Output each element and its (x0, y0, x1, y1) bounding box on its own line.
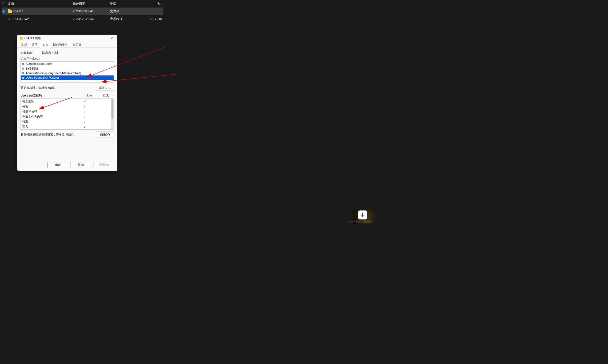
allow-check: ✓ (77, 110, 93, 114)
svg-point-4 (23, 68, 24, 69)
application-icon (8, 17, 12, 20)
permission-name: 写入 (22, 125, 77, 129)
svg-rect-8 (22, 73, 24, 74)
allow-label: 允许 (81, 94, 98, 98)
file-name: R-4.3.1 (13, 10, 23, 13)
permission-row[interactable]: 列出文件夹内容✓ (21, 114, 111, 119)
tab-general[interactable]: 常规 (19, 42, 29, 48)
users-icon (22, 77, 25, 79)
svg-point-7 (23, 72, 24, 73)
perm-list-label: Users 的权限(P) (21, 94, 81, 98)
folder-icon (19, 37, 23, 40)
table-row[interactable]: R-4.3.1-win 2023/9/13 9:46 应用程序 80,173 K… (2, 15, 163, 23)
tab-customize[interactable]: 自定义 (70, 42, 84, 48)
svg-point-6 (22, 72, 23, 73)
table-row[interactable]: R-4.3.1 2023/9/13 9:47 文件夹 (2, 7, 163, 15)
svg-rect-11 (22, 78, 24, 79)
list-item[interactable]: SYSTEM (21, 66, 114, 71)
permission-row[interactable]: 完全控制✓ (21, 99, 111, 104)
permission-row[interactable]: 写入✓ (21, 124, 111, 129)
dialog-title: R-4.3.1 属性 (25, 36, 108, 40)
permission-row[interactable]: 读取和执行✓ (21, 109, 111, 114)
users-icon (22, 63, 25, 65)
file-date: 2023/9/13 9:47 (73, 10, 110, 13)
svg-point-3 (22, 68, 23, 69)
object-name-value: D:\R\R-4.3.1 (42, 51, 114, 55)
permission-name: 完全控制 (22, 99, 77, 103)
svg-point-0 (22, 63, 23, 64)
row-checkbox[interactable] (2, 10, 5, 13)
users-icon (22, 67, 25, 70)
edit-button[interactable]: 编辑(E)... (96, 85, 114, 91)
permission-row[interactable]: 修改✓ (21, 104, 111, 109)
deny-label: 拒绝 (97, 94, 114, 98)
list-item[interactable]: Administrators (GengShen\Administrators) (21, 71, 114, 75)
groups-listbox[interactable]: Authenticated Users SYSTEM Administrator… (21, 61, 114, 82)
allow-check: ✓ (77, 105, 93, 109)
cancel-button[interactable]: 取消 (70, 162, 91, 168)
file-explorer: 名称ˆ 修改日期 类型 大小 R-4.3.1 2023/9/13 9:47 文件… (2, 0, 163, 23)
allow-check: ✓ (77, 120, 93, 124)
scrollbar[interactable] (111, 99, 114, 129)
svg-rect-5 (22, 69, 24, 70)
groups-label: 组或用户名(G): (21, 57, 114, 61)
allow-check: ✓ (77, 115, 93, 119)
permission-name: 读取和执行 (22, 110, 77, 114)
dialog-footer: 确定 取消 应用(A) (47, 162, 114, 168)
tab-sharing[interactable]: 共享 (29, 42, 40, 48)
permission-name: 读取 (22, 120, 77, 124)
allow-check: ✓ (77, 99, 93, 103)
col-name[interactable]: 名称ˆ (8, 2, 73, 6)
tab-security[interactable]: 安全 (40, 42, 51, 48)
titlebar[interactable]: R-4.3.1 属性 ✕ (17, 35, 117, 42)
header-checkbox[interactable] (2, 2, 5, 5)
svg-rect-2 (22, 64, 24, 65)
file-date: 2023/9/13 9:46 (73, 17, 110, 21)
users-icon (22, 72, 25, 74)
properties-dialog: R-4.3.1 属性 ✕ 常规 共享 安全 以前的版本 自定义 对象名称: D:… (17, 35, 117, 171)
list-item[interactable]: Authenticated Users (21, 62, 114, 66)
scrollbar-thumb[interactable] (111, 99, 113, 119)
permissions-listbox[interactable]: 完全控制✓修改✓读取和执行✓列出文件夹内容✓读取✓写入✓ (21, 99, 114, 130)
permission-name: 列出文件夹内容 (22, 115, 77, 119)
close-icon[interactable]: ✕ (108, 36, 115, 41)
tab-previous-versions[interactable]: 以前的版本 (51, 42, 70, 48)
list-item[interactable]: Users (GengShen\Users) (21, 75, 114, 80)
folder-icon (8, 10, 12, 13)
col-size[interactable]: 大小 (142, 2, 163, 6)
advanced-hint: 有关特殊权限或高级设置，请单击"高级"。 (21, 133, 76, 137)
permission-row[interactable]: 读取✓ (21, 119, 111, 124)
allow-check: ✓ (77, 125, 93, 129)
ok-button[interactable]: 确定 (47, 162, 68, 168)
sort-indicator-icon: ˆ (33, 3, 33, 5)
svg-point-10 (23, 77, 24, 78)
svg-point-9 (22, 77, 23, 78)
col-type[interactable]: 类型 (110, 2, 142, 6)
file-name: R-4.3.1-win (13, 17, 29, 21)
ime-indicator[interactable]: 中 (358, 210, 367, 219)
file-type: 文件夹 (110, 9, 142, 14)
object-name-label: 对象名称: (21, 51, 42, 55)
file-type: 应用程序 (110, 17, 142, 21)
apply-button[interactable]: 应用(A) (94, 162, 114, 168)
svg-point-1 (23, 63, 24, 64)
column-headers: 名称ˆ 修改日期 类型 大小 (2, 0, 163, 7)
watermark: CSDN @玄武煮汤包 (347, 220, 371, 223)
col-date[interactable]: 修改日期 (73, 2, 110, 6)
tab-strip: 常规 共享 安全 以前的版本 自定义 (17, 42, 117, 48)
permission-name: 修改 (22, 105, 77, 109)
file-size: 80,173 KB (142, 17, 163, 21)
edit-hint: 要更改权限，请单击"编辑"。 (21, 86, 58, 90)
advanced-button[interactable]: 高级(V) (96, 131, 114, 137)
